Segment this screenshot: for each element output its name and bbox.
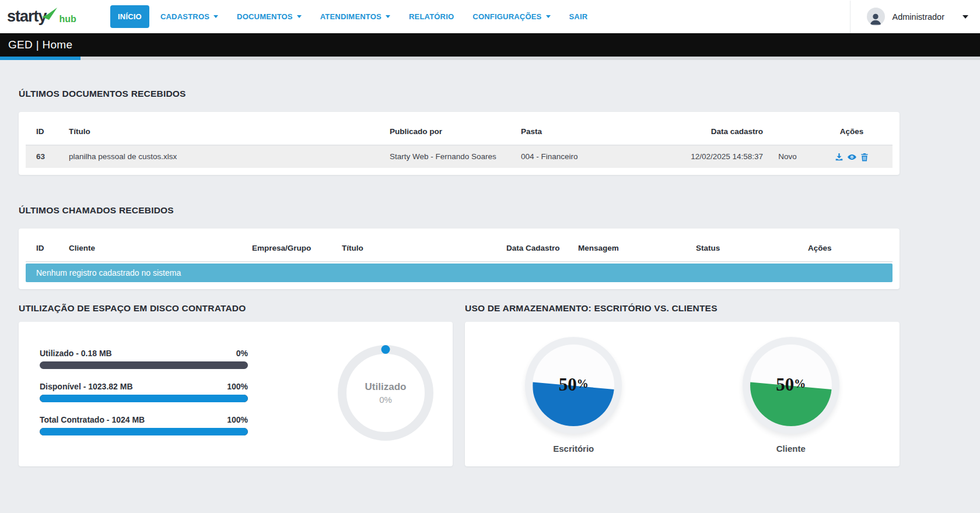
nav-item-relatorio[interactable]: RELATÓRIO xyxy=(401,5,461,28)
col-acoes: Ações xyxy=(797,236,892,261)
doc-publicado-por: Starty Web - Fernando Soares xyxy=(379,146,510,168)
user-name: Administrador xyxy=(892,12,944,22)
doc-data-cadastro: 12/02/2025 14:58:37 xyxy=(642,146,764,168)
col-mensagem: Mensagem xyxy=(568,236,685,261)
table-row[interactable]: 63 planilha pessoal de custos.xlsx Start… xyxy=(26,146,892,168)
storage-card: 50% Escritório 50% Cliente xyxy=(465,322,900,466)
storage-section-title: USO DE ARMAZENAMENTO: ESCRITÓRIO VS. CLI… xyxy=(465,303,900,314)
bar-percent: 100% xyxy=(227,382,248,391)
chamados-table-header: ID Cliente Empresa/Grupo Título Data Cad… xyxy=(26,236,892,262)
active-tab-indicator xyxy=(0,57,80,60)
app-logo[interactable]: starty hub xyxy=(7,8,103,26)
chamados-card: ID Cliente Empresa/Grupo Título Data Cad… xyxy=(19,229,900,289)
bar-utilizado: Utilizado - 0.18 MB 0% xyxy=(40,349,248,369)
nav-item-label: ATENDIMENTOS xyxy=(320,12,382,21)
doc-pasta: 004 - Financeiro xyxy=(510,146,642,168)
progress-track xyxy=(40,395,248,402)
bar-label: Disponível - 1023.82 MB xyxy=(40,382,133,391)
donut-label: Utilizado xyxy=(365,381,407,393)
progress-fill xyxy=(40,395,248,402)
doc-id: 63 xyxy=(26,146,58,168)
col-titulo: Título xyxy=(58,119,379,145)
disk-usage-section: UTILIZAÇÃO DE ESPAÇO EM DISCO CONTRATADO… xyxy=(19,289,453,466)
progress-track xyxy=(40,428,248,435)
main-content: ÚLTIMOS DOCUMENTOS RECEBIDOS ID Título P… xyxy=(0,89,900,466)
disk-bars: Utilizado - 0.18 MB 0% Disponível - 1023… xyxy=(40,349,248,466)
gauge-cliente: 50% Cliente xyxy=(743,337,839,466)
nav-item-label: CADASTROS xyxy=(160,12,209,21)
col-id: ID xyxy=(26,236,58,261)
col-publicado-por: Publicado por xyxy=(379,119,510,145)
col-empresa-grupo: Empresa/Grupo xyxy=(242,236,331,261)
empty-state-message: Nenhum registro cadastrado no sistema xyxy=(26,263,892,282)
nav-item-cadastros[interactable]: CADASTROS xyxy=(153,5,226,28)
page-title: GED | Home xyxy=(8,38,72,51)
divider xyxy=(850,1,850,33)
bar-disponivel: Disponível - 1023.82 MB 100% xyxy=(40,382,248,402)
gauge-ring: 50% xyxy=(525,337,622,434)
user-menu[interactable]: Administrador xyxy=(867,8,974,26)
col-data-cadastro: Data Cadastro xyxy=(496,236,568,261)
gauge-label: Cliente xyxy=(776,444,806,454)
col-pasta: Pasta xyxy=(510,119,642,145)
chamados-section-title: ÚLTIMOS CHAMADOS RECEBIDOS xyxy=(19,205,900,216)
view-button[interactable] xyxy=(847,153,857,161)
download-icon xyxy=(835,153,844,161)
chevron-down-icon xyxy=(214,15,218,18)
avatar xyxy=(867,8,885,26)
chevron-down-icon xyxy=(297,15,302,18)
disk-usage-card: Utilizado - 0.18 MB 0% Disponível - 1023… xyxy=(19,322,453,466)
donut-percent: 0% xyxy=(379,395,392,405)
bar-percent: 0% xyxy=(236,349,248,358)
delete-button[interactable] xyxy=(860,153,869,161)
nav-item-sair[interactable]: SAIR xyxy=(562,5,596,28)
storage-section: USO DE ARMAZENAMENTO: ESCRITÓRIO VS. CLI… xyxy=(465,289,900,466)
progress-track xyxy=(40,361,248,369)
main-menu: INÍCIO CADASTROS DOCUMENTOS ATENDIMENTOS… xyxy=(110,5,595,28)
eye-icon xyxy=(847,153,857,161)
gauge-value: 50% xyxy=(776,374,806,395)
documents-card: ID Título Publicado por Pasta Data cadas… xyxy=(19,112,900,175)
col-data-cadastro: Data cadastro xyxy=(642,119,764,145)
novo-badge: Novo xyxy=(764,146,811,168)
gauge-ring: 50% xyxy=(743,337,839,434)
progress-fill xyxy=(40,428,248,435)
donut-chart: Utilizado 0% xyxy=(338,345,433,466)
bar-label: Utilizado - 0.18 MB xyxy=(40,349,112,358)
logo-arrow-icon xyxy=(41,7,58,22)
doc-titulo: planilha pessoal de custos.xlsx xyxy=(58,146,379,168)
gauge-escritorio: 50% Escritório xyxy=(525,337,622,466)
download-button[interactable] xyxy=(835,153,844,161)
bar-percent: 100% xyxy=(227,415,248,424)
navbar-right: Administrador xyxy=(850,0,974,33)
chevron-down-icon xyxy=(963,15,968,19)
nav-item-configuracoes[interactable]: CONFIGURAÇÕES xyxy=(465,5,558,28)
bottom-panels: UTILIZAÇÃO DE ESPAÇO EM DISCO CONTRATADO… xyxy=(19,289,900,466)
col-id: ID xyxy=(26,119,58,145)
donut-marker-dot xyxy=(382,345,390,354)
page-header-bar: GED | Home xyxy=(0,33,980,57)
gauge-value: 50% xyxy=(559,374,589,395)
trash-icon xyxy=(860,153,869,161)
nav-item-documentos[interactable]: DOCUMENTOS xyxy=(229,5,309,28)
top-navbar: starty hub INÍCIO CADASTROS DOCUMENTOS A… xyxy=(0,0,980,33)
chevron-down-icon xyxy=(546,15,551,18)
nav-item-label: DOCUMENTOS xyxy=(237,12,293,21)
gauge-label: Escritório xyxy=(553,444,594,454)
disk-section-title: UTILIZAÇÃO DE ESPAÇO EM DISCO CONTRATADO xyxy=(19,303,453,314)
doc-actions xyxy=(811,146,892,168)
col-cliente: Cliente xyxy=(58,236,242,261)
nav-item-atendimentos[interactable]: ATENDIMENTOS xyxy=(313,5,398,28)
documents-section-title: ÚLTIMOS DOCUMENTOS RECEBIDOS xyxy=(19,89,900,99)
chevron-down-icon xyxy=(386,15,390,18)
nav-item-inicio[interactable]: INÍCIO xyxy=(110,5,149,28)
documents-table-header: ID Título Publicado por Pasta Data cadas… xyxy=(26,119,892,146)
col-status: Status xyxy=(685,236,797,261)
col-titulo: Título xyxy=(331,236,496,261)
bar-total-contratado: Total Contratado - 1024 MB 100% xyxy=(40,415,248,435)
col-acoes: Ações xyxy=(811,119,892,145)
nav-item-label: CONFIGURAÇÕES xyxy=(473,12,541,21)
logo-text-secondary: hub xyxy=(60,14,76,26)
accent-strip xyxy=(0,57,980,60)
bar-label: Total Contratado - 1024 MB xyxy=(40,415,145,424)
